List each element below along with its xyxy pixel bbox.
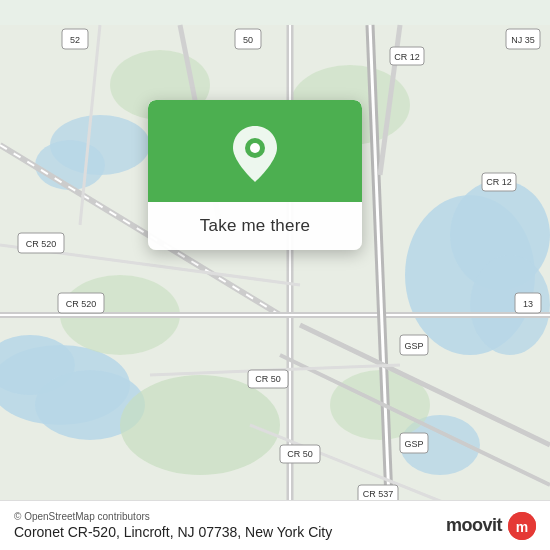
svg-text:52: 52 xyxy=(70,35,80,45)
svg-text:CR 537: CR 537 xyxy=(363,489,394,499)
svg-text:NJ 35: NJ 35 xyxy=(511,35,535,45)
map-background: CR 520 CR 520 50 52 CR 50 CR 50 NJ 35 CR… xyxy=(0,0,550,550)
svg-text:m: m xyxy=(516,519,528,535)
svg-text:50: 50 xyxy=(243,35,253,45)
svg-text:CR 50: CR 50 xyxy=(287,449,313,459)
svg-point-58 xyxy=(250,143,260,153)
moovit-text: moovit xyxy=(446,515,502,536)
moovit-icon: m xyxy=(508,512,536,540)
osm-credit: © OpenStreetMap contributors xyxy=(14,511,332,522)
svg-text:CR 520: CR 520 xyxy=(66,299,97,309)
moovit-logo: moovit m xyxy=(446,512,536,540)
svg-point-5 xyxy=(35,140,105,190)
location-card: Take me there xyxy=(148,100,362,250)
bottom-left-info: © OpenStreetMap contributors Coronet CR-… xyxy=(14,511,332,540)
pin-area xyxy=(148,100,362,202)
svg-text:13: 13 xyxy=(523,299,533,309)
map-pin-icon xyxy=(229,124,281,184)
svg-text:GSP: GSP xyxy=(404,439,423,449)
svg-text:CR 50: CR 50 xyxy=(255,374,281,384)
bottom-bar: © OpenStreetMap contributors Coronet CR-… xyxy=(0,500,550,550)
location-label: Coronet CR-520, Lincroft, NJ 07738, New … xyxy=(14,524,332,540)
svg-text:CR 520: CR 520 xyxy=(26,239,57,249)
svg-text:GSP: GSP xyxy=(404,341,423,351)
svg-point-10 xyxy=(120,375,280,475)
svg-text:CR 12: CR 12 xyxy=(394,52,420,62)
map-container: CR 520 CR 520 50 52 CR 50 CR 50 NJ 35 CR… xyxy=(0,0,550,550)
svg-text:CR 12: CR 12 xyxy=(486,177,512,187)
take-me-there-button[interactable]: Take me there xyxy=(148,202,362,250)
